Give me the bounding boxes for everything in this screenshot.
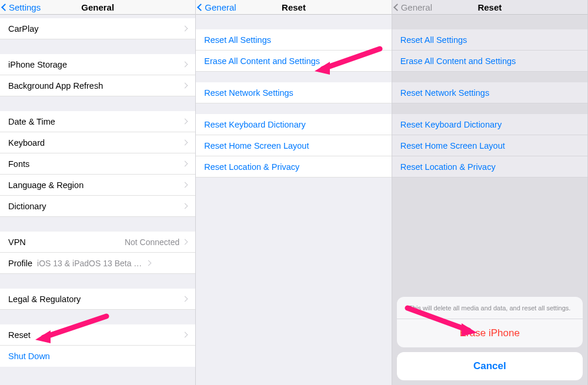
- row-label: Profile: [8, 259, 32, 268]
- row-label: Reset Home Screen Layout: [400, 141, 579, 150]
- row-label: Erase All Content and Settings: [400, 56, 579, 66]
- chevron-left-icon: [393, 4, 401, 11]
- spacer: [0, 39, 195, 54]
- row-label: Reset Network Settings: [204, 88, 383, 98]
- nav-title: General: [81, 2, 114, 12]
- row-label: Reset All Settings: [204, 35, 383, 45]
- row-erase-all-content: Erase All Content and Settings: [392, 51, 587, 72]
- row-label: Reset Keyboard Dictionary: [400, 120, 579, 129]
- row-reset-keyboard-dictionary: Reset Keyboard Dictionary: [392, 114, 587, 135]
- chevron-right-icon: [182, 239, 188, 245]
- spacer: [196, 72, 391, 82]
- spacer: [196, 15, 391, 29]
- row-profile[interactable]: Profile iOS 13 & iPadOS 13 Beta Software…: [0, 253, 195, 274]
- erase-iphone-button[interactable]: Erase iPhone: [397, 319, 583, 347]
- spacer: [196, 103, 391, 114]
- row-language-region[interactable]: Language & Region: [0, 175, 195, 196]
- row-carplay[interactable]: CarPlay: [0, 18, 195, 39]
- spacer: [0, 217, 195, 232]
- row-label: Keyboard: [8, 138, 183, 148]
- row-label: Reset Location & Privacy: [400, 162, 579, 172]
- row-keyboard[interactable]: Keyboard: [0, 132, 195, 153]
- row-erase-all-content[interactable]: Erase All Content and Settings: [196, 51, 391, 72]
- row-label: Legal & Regulatory: [8, 294, 183, 304]
- chevron-right-icon: [182, 83, 188, 89]
- row-reset-home-screen[interactable]: Reset Home Screen Layout: [196, 135, 391, 156]
- back-button-settings[interactable]: Settings: [2, 2, 41, 12]
- cancel-card: Cancel: [397, 352, 583, 380]
- row-label: Background App Refresh: [8, 81, 183, 91]
- action-sheet-card: This will delete all media and data, and…: [397, 297, 583, 347]
- row-reset-home-screen: Reset Home Screen Layout: [392, 135, 587, 156]
- row-background-app-refresh[interactable]: Background App Refresh: [0, 75, 195, 96]
- chevron-left-icon: [197, 4, 205, 11]
- row-reset-all-settings: Reset All Settings: [392, 29, 587, 51]
- chevron-right-icon: [182, 26, 188, 32]
- row-dictionary[interactable]: Dictionary: [0, 196, 195, 217]
- row-label: Fonts: [8, 159, 183, 169]
- row-label: Reset Keyboard Dictionary: [204, 120, 383, 129]
- spacer: [0, 96, 195, 111]
- spacer: [392, 72, 587, 82]
- back-label: General: [205, 2, 236, 12]
- nav-bar: General Reset: [196, 0, 391, 15]
- spacer: [0, 274, 195, 289]
- action-sheet: This will delete all media and data, and…: [397, 297, 583, 380]
- row-legal-regulatory[interactable]: Legal & Regulatory: [0, 289, 195, 310]
- row-reset-keyboard-dictionary[interactable]: Reset Keyboard Dictionary: [196, 114, 391, 135]
- panel-reset: General Reset Reset All Settings Erase A…: [196, 0, 392, 385]
- row-reset-location-privacy[interactable]: Reset Location & Privacy: [196, 156, 391, 178]
- panel-general: Settings General CarPlay iPhone Storage …: [0, 0, 196, 385]
- chevron-right-icon: [146, 260, 152, 266]
- row-label: iPhone Storage: [8, 60, 183, 69]
- row-vpn[interactable]: VPN Not Connected: [0, 232, 195, 253]
- row-label: Shut Down: [8, 351, 187, 361]
- action-sheet-message: This will delete all media and data, and…: [397, 297, 583, 319]
- nav-bar: Settings General: [0, 0, 195, 15]
- row-label: Language & Region: [8, 180, 183, 190]
- chevron-right-icon: [182, 119, 188, 125]
- chevron-right-icon: [182, 140, 188, 146]
- chevron-right-icon: [182, 161, 188, 167]
- row-reset-network-settings[interactable]: Reset Network Settings: [196, 82, 391, 103]
- row-label: Reset Location & Privacy: [204, 162, 383, 172]
- chevron-right-icon: [182, 62, 188, 68]
- row-label: CarPlay: [8, 24, 183, 34]
- row-label: Dictionary: [8, 202, 183, 211]
- back-label: Settings: [9, 2, 41, 12]
- row-label: Erase All Content and Settings: [204, 56, 383, 66]
- row-shut-down[interactable]: Shut Down: [0, 346, 195, 367]
- cancel-button[interactable]: Cancel: [397, 352, 583, 380]
- row-reset-all-settings[interactable]: Reset All Settings: [196, 29, 391, 51]
- nav-bar: General Reset: [392, 0, 587, 15]
- row-value: iOS 13 & iPadOS 13 Beta Software Pr...: [37, 259, 143, 268]
- row-value: Not Connected: [125, 237, 179, 247]
- chevron-left-icon: [1, 4, 9, 11]
- row-reset-network-settings: Reset Network Settings: [392, 82, 587, 103]
- row-reset-location-privacy: Reset Location & Privacy: [392, 156, 587, 178]
- back-button-general: General: [395, 2, 432, 12]
- row-iphone-storage[interactable]: iPhone Storage: [0, 54, 195, 75]
- spacer: [392, 103, 587, 114]
- spacer: [392, 15, 587, 29]
- row-label: Reset Home Screen Layout: [204, 141, 383, 150]
- chevron-right-icon: [182, 332, 188, 338]
- row-label: Date & Time: [8, 117, 183, 126]
- chevron-right-icon: [182, 203, 188, 209]
- back-label: General: [401, 2, 432, 12]
- spacer: [0, 310, 195, 324]
- nav-title: Reset: [282, 2, 306, 12]
- row-label: Reset Network Settings: [400, 88, 579, 98]
- row-label: Reset: [8, 330, 183, 340]
- chevron-right-icon: [182, 182, 188, 188]
- chevron-right-icon: [182, 296, 188, 302]
- back-button-general[interactable]: General: [198, 2, 236, 12]
- row-date-time[interactable]: Date & Time: [0, 111, 195, 132]
- panel-reset-confirm: General Reset Reset All Settings Erase A…: [392, 0, 588, 385]
- nav-title: Reset: [477, 2, 502, 12]
- row-label: Reset All Settings: [400, 35, 579, 45]
- row-label: VPN: [8, 237, 125, 247]
- row-fonts[interactable]: Fonts: [0, 153, 195, 175]
- row-reset[interactable]: Reset: [0, 324, 195, 346]
